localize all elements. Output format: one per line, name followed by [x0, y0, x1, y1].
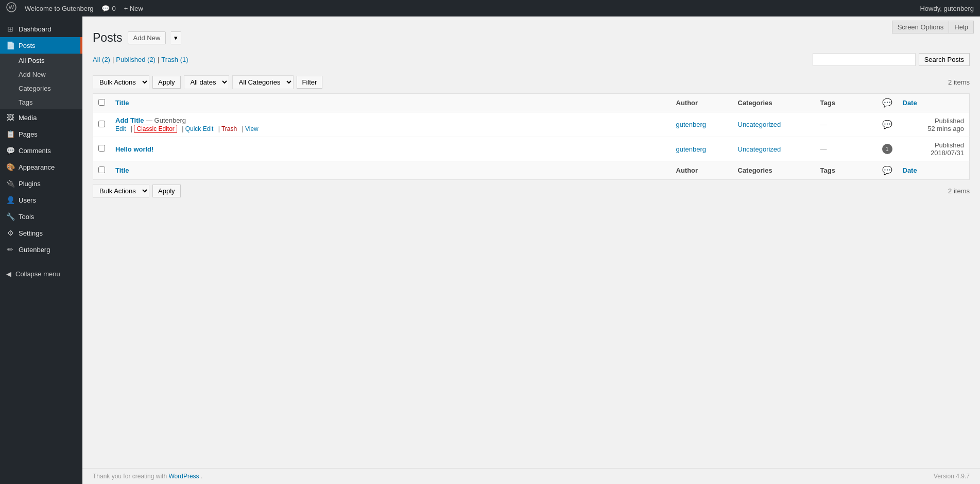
- sidebar-item-posts[interactable]: 📄 Posts: [0, 37, 82, 54]
- sidebar-item-comments[interactable]: 💬 Comments: [0, 142, 82, 159]
- collapse-menu-button[interactable]: ◀ Collapse menu: [0, 266, 82, 282]
- row2-author-link[interactable]: gutenberg: [676, 145, 707, 153]
- search-posts-button[interactable]: Search Posts: [919, 53, 970, 66]
- admin-bar: W Welcome to Gutenberg 💬 0 + New Howdy, …: [0, 0, 980, 16]
- sidebar-item-users[interactable]: 👤 Users: [0, 192, 82, 208]
- row1-author-link[interactable]: gutenberg: [676, 121, 707, 128]
- footer-date-sort-link[interactable]: Date: [903, 166, 917, 174]
- items-count-top: 2 items: [948, 78, 970, 86]
- submenu-add-new[interactable]: Add New: [0, 68, 82, 81]
- apply-button-top[interactable]: Apply: [152, 76, 181, 89]
- pages-icon: 📋: [6, 130, 14, 138]
- adminbar-howdy: Howdy, gutenberg: [920, 5, 974, 12]
- posts-table: Title Author Categories Tags 💬 Date: [93, 93, 970, 180]
- row1-checkbox[interactable]: [98, 121, 105, 127]
- category-filter-select[interactable]: All Categories: [232, 75, 294, 89]
- footer-comments-header: 💬: [877, 161, 898, 180]
- filters-row-top: Bulk Actions Apply All dates All Categor…: [93, 75, 970, 89]
- table-footer-header-row: Title Author Categories Tags 💬 Date: [93, 161, 970, 180]
- row2-checkbox-cell: [93, 137, 111, 161]
- row2-checkbox[interactable]: [98, 145, 105, 152]
- top-bar: Screen Options Help: [886, 16, 980, 38]
- footer-tags-header: Tags: [815, 161, 877, 180]
- collapse-icon: ◀: [6, 270, 11, 278]
- sidebar-item-settings[interactable]: ⚙ Settings: [0, 225, 82, 241]
- row2-author-cell: gutenberg: [671, 137, 733, 161]
- table-header-row: Title Author Categories Tags 💬 Date: [93, 94, 970, 112]
- date-sort-link[interactable]: Date: [903, 99, 917, 107]
- add-new-button[interactable]: Add New: [128, 31, 166, 44]
- comments-menu-icon: 💬: [6, 146, 14, 155]
- footer-title-header[interactable]: Title: [110, 161, 671, 180]
- screen-options-button[interactable]: Screen Options: [892, 21, 949, 34]
- dashboard-icon: ⊞: [6, 25, 14, 33]
- date-header[interactable]: Date: [898, 94, 970, 112]
- select-all-checkbox[interactable]: [98, 99, 105, 106]
- users-icon: 👤: [6, 196, 14, 204]
- table-row: Add Title — Gutenberg Edit | Classic Edi…: [93, 112, 970, 137]
- row1-view-link[interactable]: View: [245, 125, 259, 132]
- wp-logo-icon[interactable]: W: [6, 2, 16, 15]
- submenu-all-posts[interactable]: All Posts: [0, 54, 82, 68]
- filter-all-link[interactable]: All (2): [93, 56, 110, 63]
- categories-header: Categories: [733, 94, 815, 112]
- row1-date-cell: Published 52 mins ago: [898, 112, 970, 137]
- sidebar-item-dashboard[interactable]: ⊞ Dashboard: [0, 21, 82, 37]
- comment-bubble-icon: 💬: [882, 98, 892, 107]
- tags-header: Tags: [815, 94, 877, 112]
- posts-icon: 📄: [6, 41, 14, 49]
- title-header[interactable]: Title: [110, 94, 671, 112]
- footer-select-all-checkbox[interactable]: [98, 166, 105, 173]
- comments-header: 💬: [877, 94, 898, 112]
- submenu-categories[interactable]: Categories: [0, 81, 82, 95]
- wp-footer: Thank you for creating with WordPress . …: [82, 468, 980, 484]
- row1-edit-link[interactable]: Edit: [115, 125, 126, 132]
- sidebar-item-media[interactable]: 🖼 Media: [0, 109, 82, 126]
- row2-title-cell: Hello world!: [110, 137, 671, 161]
- title-sort-link[interactable]: Title: [115, 99, 129, 107]
- row2-date-cell: Published 2018/07/31: [898, 137, 970, 161]
- help-button[interactable]: Help: [949, 21, 974, 34]
- posts-submenu: All Posts Add New Categories Tags: [0, 54, 82, 109]
- search-bar: Search Posts: [813, 53, 970, 66]
- footer-text: Thank you for creating with WordPress .: [93, 473, 202, 480]
- row2-title-link[interactable]: Hello world!: [115, 145, 153, 153]
- row1-category-link[interactable]: Uncategorized: [738, 121, 781, 128]
- bulk-actions-select-top[interactable]: Bulk Actions: [93, 75, 149, 89]
- row1-row-actions: Edit | Classic Editor | Quick Edit | Tra…: [115, 125, 666, 132]
- wp-wrap: ⊞ Dashboard 📄 Posts All Posts Add New Ca…: [0, 16, 980, 484]
- row2-comment-bubble[interactable]: 1: [882, 144, 892, 154]
- wordpress-link[interactable]: WordPress: [168, 473, 199, 480]
- row1-classic-editor-link[interactable]: Classic Editor: [134, 125, 177, 133]
- sidebar-item-pages[interactable]: 📋 Pages: [0, 126, 82, 142]
- row1-trash-link[interactable]: Trash: [221, 125, 237, 132]
- bulk-actions-select-bottom[interactable]: Bulk Actions: [93, 184, 149, 198]
- row2-category-link[interactable]: Uncategorized: [738, 145, 781, 153]
- row1-title-link[interactable]: Add Title — Gutenberg: [115, 116, 186, 124]
- row1-tags-cell: —: [815, 112, 877, 137]
- footer-title-sort-link[interactable]: Title: [115, 166, 129, 174]
- row1-comments-cell: 💬: [877, 112, 898, 137]
- row1-quick-edit-link[interactable]: Quick Edit: [185, 125, 214, 132]
- adminbar-new[interactable]: + New: [124, 5, 143, 12]
- row1-title-cell: Add Title — Gutenberg Edit | Classic Edi…: [110, 112, 671, 137]
- sidebar-item-appearance[interactable]: 🎨 Appearance: [0, 159, 82, 175]
- sidebar-item-tools[interactable]: 🔧 Tools: [0, 208, 82, 225]
- row2-categories-cell: Uncategorized: [733, 137, 815, 161]
- adminbar-comments[interactable]: 💬 0: [101, 5, 115, 12]
- filter-published-link[interactable]: Published (2): [116, 56, 156, 63]
- date-filter-select[interactable]: All dates: [184, 75, 229, 89]
- filter-button[interactable]: Filter: [297, 76, 323, 89]
- sidebar-item-gutenberg[interactable]: ✏ Gutenberg: [0, 241, 82, 258]
- add-new-dropdown-button[interactable]: ▾: [171, 31, 181, 44]
- sidebar-item-plugins[interactable]: 🔌 Plugins: [0, 175, 82, 192]
- footer-date-header[interactable]: Date: [898, 161, 970, 180]
- row2-comments-cell: 1: [877, 137, 898, 161]
- adminbar-site-name[interactable]: Welcome to Gutenberg: [25, 5, 93, 12]
- search-posts-input[interactable]: [813, 53, 916, 66]
- submenu-tags[interactable]: Tags: [0, 95, 82, 109]
- apply-button-bottom[interactable]: Apply: [152, 185, 181, 197]
- footer-author-header: Author: [671, 161, 733, 180]
- filter-trash-link[interactable]: Trash (1): [161, 56, 188, 63]
- items-count-bottom: 2 items: [948, 187, 970, 195]
